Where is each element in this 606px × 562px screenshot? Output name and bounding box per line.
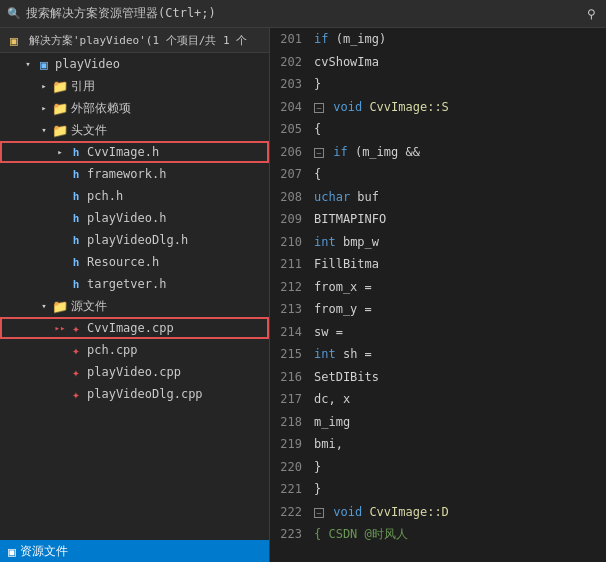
framework-h-label: framework.h	[87, 167, 166, 181]
line-content-219: bmi,	[310, 437, 606, 451]
refs-icon: 📁	[52, 78, 68, 94]
line-content-220: }	[310, 460, 606, 474]
sidebar-item-ext-deps[interactable]: 📁 外部依赖项	[0, 97, 269, 119]
sidebar-item-refs[interactable]: 📁 引用	[0, 75, 269, 97]
playvideo-cpp-icon: ✦	[68, 364, 84, 380]
line-num-203: 203	[270, 77, 310, 91]
framework-h-icon: h	[68, 166, 84, 182]
line-content-215: int sh =	[310, 347, 606, 361]
collapse-222[interactable]: −	[314, 508, 324, 518]
line-content-212: from_x =	[310, 280, 606, 294]
code-line-204: 204 − void CvvImage::S	[270, 96, 606, 119]
playvideo-cpp-label: playVideo.cpp	[87, 365, 181, 379]
line-num-223: 223	[270, 527, 310, 541]
sidebar-item-resources[interactable]: ▣ 资源文件	[0, 540, 269, 562]
targetver-h-icon: h	[68, 276, 84, 292]
code-line-209: 209 BITMAPINFO	[270, 208, 606, 231]
headers-label: 头文件	[71, 122, 107, 139]
code-line-214: 214 sw =	[270, 321, 606, 344]
sidebar-item-resource-h[interactable]: h Resource.h	[0, 251, 269, 273]
ext-deps-icon: 📁	[52, 100, 68, 116]
code-line-216: 216 SetDIBits	[270, 366, 606, 389]
search-icon: 🔍	[6, 6, 22, 22]
search-button[interactable]: ⚲	[582, 5, 600, 23]
tree-container[interactable]: ▣ playVideo 📁 引用 📁 外部依赖项 📁 头文件	[0, 53, 269, 540]
project-node[interactable]: ▣ playVideo	[0, 53, 269, 75]
sources-icon: 📁	[52, 298, 68, 314]
cvvimage-cpp-chevron[interactable]: ▸	[52, 320, 68, 336]
refs-chevron[interactable]	[36, 78, 52, 94]
sidebar-item-pch-cpp[interactable]: ✦ pch.cpp	[0, 339, 269, 361]
line-content-206: − if (m_img &&	[310, 145, 606, 159]
line-num-202: 202	[270, 55, 310, 69]
code-line-220: 220 }	[270, 456, 606, 479]
line-content-210: int bmp_w	[310, 235, 606, 249]
code-line-218: 218 m_img	[270, 411, 606, 434]
playvideo-h-icon: h	[68, 210, 84, 226]
line-content-207: {	[310, 167, 606, 181]
project-chevron[interactable]	[20, 56, 36, 72]
code-line-210: 210 int bmp_w	[270, 231, 606, 254]
code-line-212: 212 from_x =	[270, 276, 606, 299]
pch-h-icon: h	[68, 188, 84, 204]
project-icon: ▣	[36, 56, 52, 72]
solution-explorer: ▣ 解决方案'playVideo'(1 个项目/共 1 个 ▣ playVide…	[0, 28, 270, 562]
sidebar-item-cvvimage-h[interactable]: h CvvImage.h	[0, 141, 269, 163]
pch-cpp-label: pch.cpp	[87, 343, 138, 357]
cvvimage-h-label: CvvImage.h	[87, 145, 159, 159]
search-label: 搜索解决方案资源管理器(Ctrl+;)	[26, 5, 582, 22]
sidebar-header: ▣ 解决方案'playVideo'(1 个项目/共 1 个	[0, 28, 269, 53]
line-content-204: − void CvvImage::S	[310, 100, 606, 114]
line-content-217: dc, x	[310, 392, 606, 406]
ext-deps-chevron[interactable]	[36, 100, 52, 116]
sidebar-item-pch-h[interactable]: h pch.h	[0, 185, 269, 207]
refs-label: 引用	[71, 78, 95, 95]
line-content-208: uchar buf	[310, 190, 606, 204]
sidebar-item-playvideo-cpp[interactable]: ✦ playVideo.cpp	[0, 361, 269, 383]
line-content-211: FillBitma	[310, 257, 606, 271]
code-line-207: 207 {	[270, 163, 606, 186]
code-line-202: 202 cvShowIma	[270, 51, 606, 74]
collapse-204[interactable]: −	[314, 103, 324, 113]
sidebar-item-headers[interactable]: 📁 头文件	[0, 119, 269, 141]
sidebar-item-targetver-h[interactable]: h targetver.h	[0, 273, 269, 295]
line-num-206: 206	[270, 145, 310, 159]
line-num-208: 208	[270, 190, 310, 204]
collapse-206[interactable]: −	[314, 148, 324, 158]
solution-icon: ▣	[6, 32, 22, 48]
line-num-215: 215	[270, 347, 310, 361]
cvvimage-h-chevron[interactable]	[52, 144, 68, 160]
toolbar: 🔍 搜索解决方案资源管理器(Ctrl+;) ⚲	[0, 0, 606, 28]
line-num-220: 220	[270, 460, 310, 474]
playvideodlg-h-icon: h	[68, 232, 84, 248]
line-num-213: 213	[270, 302, 310, 316]
line-content-222: − void CvvImage::D	[310, 505, 606, 519]
line-num-221: 221	[270, 482, 310, 496]
pch-h-label: pch.h	[87, 189, 123, 203]
line-content-209: BITMAPINFO	[310, 212, 606, 226]
line-num-207: 207	[270, 167, 310, 181]
line-content-216: SetDIBits	[310, 370, 606, 384]
headers-chevron[interactable]	[36, 122, 52, 138]
sidebar-item-playvideo-h[interactable]: h playVideo.h	[0, 207, 269, 229]
code-line-222: 222 − void CvvImage::D	[270, 501, 606, 524]
resource-h-icon: h	[68, 254, 84, 270]
code-line-201: 201 if (m_img)	[270, 28, 606, 51]
code-line-217: 217 dc, x	[270, 388, 606, 411]
code-line-208: 208 uchar buf	[270, 186, 606, 209]
line-num-201: 201	[270, 32, 310, 46]
cvvimage-cpp-label: CvvImage.cpp	[87, 321, 174, 335]
line-num-210: 210	[270, 235, 310, 249]
sources-chevron[interactable]	[36, 298, 52, 314]
sidebar-item-cvvimage-cpp[interactable]: ▸ ✦ CvvImage.cpp	[0, 317, 269, 339]
code-line-219: 219 bmi,	[270, 433, 606, 456]
line-content-218: m_img	[310, 415, 606, 429]
sidebar-item-playvideodlg-cpp[interactable]: ✦ playVideoDlg.cpp	[0, 383, 269, 405]
sidebar-item-framework-h[interactable]: h framework.h	[0, 163, 269, 185]
playvideodlg-cpp-icon: ✦	[68, 386, 84, 402]
sidebar-item-sources[interactable]: 📁 源文件	[0, 295, 269, 317]
line-num-218: 218	[270, 415, 310, 429]
line-content-205: {	[310, 122, 606, 136]
sidebar-item-playvideodlg-h[interactable]: h playVideoDlg.h	[0, 229, 269, 251]
project-label: playVideo	[55, 57, 120, 71]
